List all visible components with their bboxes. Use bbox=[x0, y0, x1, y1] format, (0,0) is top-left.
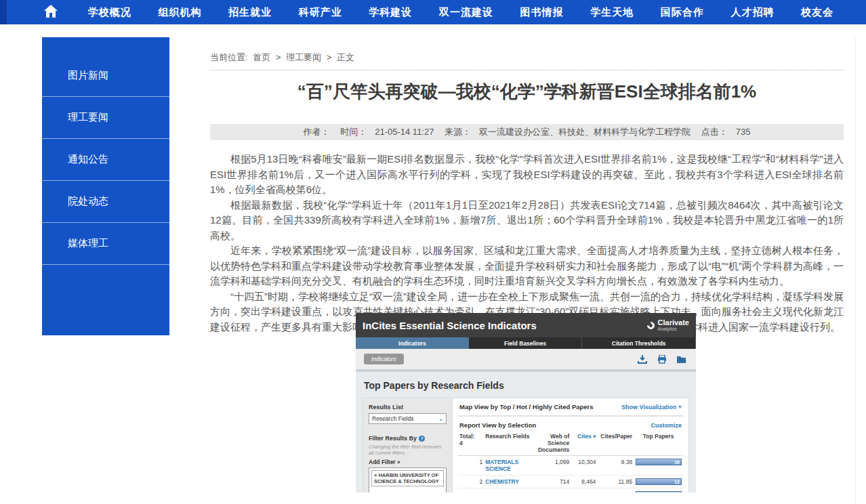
field-link-materials-science[interactable]: MATERIALS SCIENCE bbox=[485, 459, 518, 472]
meta-source-value: 双一流建设办公室、科技处、材料科学与化学工程学院 bbox=[479, 127, 690, 137]
folder-add-icon[interactable] bbox=[677, 355, 688, 364]
esi-tab-field-baselines[interactable]: Field Baselines bbox=[469, 337, 583, 349]
nav-item-students[interactable]: 学生天地 bbox=[590, 6, 634, 19]
nav-item-international[interactable]: 国际合作 bbox=[661, 6, 704, 19]
clarivate-logo: Clarivate Analytics bbox=[647, 319, 689, 332]
sidebar-item-media[interactable]: 媒体理工 bbox=[42, 223, 169, 265]
home-icon bbox=[44, 5, 58, 20]
breadcrumb-divider bbox=[210, 70, 844, 70]
nav-item-alumni[interactable]: 校友会 bbox=[801, 6, 833, 19]
nav-item-organization[interactable]: 组织机构 bbox=[158, 6, 201, 19]
row-docs: 1,050 bbox=[532, 488, 571, 493]
page-title: “百”尺竿头再突破—我校“化学”学科新晋ESI全球排名前1% bbox=[210, 80, 844, 104]
esi-toolbar: Indicators bbox=[356, 349, 696, 369]
clarivate-name: Clarivate bbox=[658, 319, 689, 327]
filter-results-label: Filter Results By bbox=[369, 435, 417, 442]
row-docs: 714 bbox=[532, 476, 571, 488]
filter-chip: ×HARBIN UNIVERSITY OF SCIENCE & TECHNOLO… bbox=[371, 470, 444, 486]
research-fields-dropdown[interactable]: Research Fields ⌄ bbox=[369, 413, 447, 424]
print-icon[interactable] bbox=[657, 355, 667, 364]
esi-indicators-badge[interactable]: Indicators bbox=[364, 354, 404, 364]
nav-item-research-industry[interactable]: 科研产业 bbox=[299, 6, 342, 19]
nav-item-school-overview[interactable]: 学校概况 bbox=[88, 6, 131, 19]
table-row: 1 MATERIALS SCIENCE 1,099 10,304 9.38 10 bbox=[458, 456, 683, 476]
esi-filter-panel: Results List Research Fields ⌄ Filter Re… bbox=[363, 398, 453, 492]
breadcrumb-separator: > bbox=[276, 52, 281, 62]
row-cites: 10,304 bbox=[571, 456, 597, 476]
sidebar: 图片新闻 理工要闻 通知公告 院处动态 媒体理工 bbox=[42, 37, 169, 335]
col-cites-sort[interactable]: Cites ▾ bbox=[571, 431, 597, 456]
nav-item-double-first-class[interactable]: 双一流建设 bbox=[439, 6, 493, 19]
breadcrumb-section-link[interactable]: 理工要闻 bbox=[286, 52, 321, 62]
esi-section-title: Top Papers by Research Fields bbox=[364, 380, 689, 391]
meta-hits-value: 735 bbox=[736, 127, 751, 137]
dropdown-value: Research Fields bbox=[372, 415, 413, 422]
map-view-label: Map View by Top / Hot / Highly Cited Pap… bbox=[459, 403, 594, 411]
esi-section: Top Papers by Research Fields Results Li… bbox=[356, 372, 696, 492]
esi-screenshot: InCites Essential Science Indicators Cla… bbox=[356, 313, 696, 492]
total-header: Total:4 bbox=[458, 431, 476, 456]
sidebar-item-department-news[interactable]: 院处动态 bbox=[42, 181, 169, 223]
field-link-engineering[interactable]: ENGINEERING bbox=[485, 491, 526, 492]
clarivate-logo-icon bbox=[645, 320, 656, 331]
meta-time-label: 时间： bbox=[340, 127, 367, 137]
top-papers-bar: 10 bbox=[636, 459, 682, 465]
breadcrumb-label: 当前位置: bbox=[210, 52, 248, 62]
article-paragraph: 根据最新数据，我校“化学”学科近十年（2011年1月1日至2021年2月28日）… bbox=[210, 198, 844, 244]
breadcrumb-current: 正文 bbox=[337, 52, 354, 62]
row-cites-per-paper: 11.85 bbox=[597, 476, 634, 488]
esi-card: Results List Research Fields ⌄ Filter Re… bbox=[363, 398, 689, 492]
filter-note: Changing the filter field removes all cu… bbox=[369, 444, 447, 456]
home-button[interactable] bbox=[39, 5, 62, 20]
field-link-chemistry[interactable]: CHEMISTRY bbox=[485, 478, 519, 485]
row-cites: 5,890 bbox=[571, 488, 597, 493]
col-research-fields: Research Fields bbox=[484, 431, 532, 456]
nav-item-library[interactable]: 图书情报 bbox=[520, 6, 564, 19]
article-paragraph: 近年来，学校紧紧围绕“双一流”建设目标，以服务国家、区域和龙江重大需求、全面提高… bbox=[210, 243, 844, 289]
remove-filter-icon[interactable]: × bbox=[374, 472, 377, 478]
nav-item-discipline[interactable]: 学科建设 bbox=[369, 6, 412, 19]
nav-item-admissions[interactable]: 招生就业 bbox=[228, 6, 272, 19]
sidebar-item-picture-news[interactable]: 图片新闻 bbox=[42, 55, 169, 97]
nav-accent-block bbox=[0, 0, 7, 24]
esi-tab-bar: Indicators Field Baselines Citation Thre… bbox=[356, 337, 696, 349]
report-view-label: Report View by Selection bbox=[459, 421, 536, 429]
download-icon[interactable] bbox=[638, 355, 647, 364]
article-meta-bar: 作者： 时间：21-05-14 11:27 来源：双一流建设办公室、科技处、材料… bbox=[210, 124, 844, 140]
add-filter-link[interactable]: Add Filter » bbox=[369, 459, 447, 465]
top-nav: 学校概况 组织机构 招生就业 科研产业 学科建设 双一流建设 图书情报 学生天地… bbox=[0, 0, 866, 24]
breadcrumb-home-link[interactable]: 首页 bbox=[253, 52, 270, 62]
results-list-label: Results List bbox=[369, 404, 447, 411]
esi-table: Total:4 Research Fields Web of Science D… bbox=[458, 431, 683, 492]
col-wos-documents: Web of Science Documents bbox=[532, 431, 571, 456]
sidebar-item-notices[interactable]: 通知公告 bbox=[42, 139, 169, 181]
table-row: 3 ENGINEERING 1,050 5,890 5.61 11 bbox=[458, 488, 683, 493]
row-rank: 3 bbox=[476, 488, 484, 493]
top-papers-bar: 12 bbox=[636, 478, 682, 485]
content-right-border bbox=[855, 37, 856, 504]
esi-report-panel: Map View by Top / Hot / Highly Cited Pap… bbox=[453, 398, 688, 492]
row-cites-per-paper: 5.61 bbox=[597, 488, 634, 493]
row-rank: 1 bbox=[476, 456, 484, 476]
help-icon[interactable]: ? bbox=[419, 436, 425, 442]
sidebar-item-ligong-news[interactable]: 理工要闻 bbox=[42, 97, 169, 139]
nav-item-recruitment[interactable]: 人才招聘 bbox=[730, 6, 774, 19]
esi-app-title: InCites Essential Science Indicators bbox=[363, 320, 537, 331]
esi-tab-citation-thresholds[interactable]: Citation Thresholds bbox=[582, 337, 696, 349]
customize-link[interactable]: Customize bbox=[651, 422, 682, 429]
esi-tab-indicators[interactable]: Indicators bbox=[356, 337, 469, 349]
meta-time-value: 21-05-14 11:27 bbox=[375, 127, 434, 137]
filter-chip-label: HARBIN UNIVERSITY OF SCIENCE & TECHNOLOG… bbox=[374, 472, 439, 484]
show-visualization-link[interactable]: Show Visualization + bbox=[621, 404, 682, 411]
meta-hits-label: 点击： bbox=[701, 127, 728, 137]
chevron-down-icon: ⌄ bbox=[438, 415, 443, 422]
col-top-papers: Top Papers bbox=[634, 431, 683, 456]
row-docs: 1,099 bbox=[532, 456, 571, 476]
breadcrumb-separator: > bbox=[327, 52, 332, 62]
article-body: 根据5月13日晚“科睿唯安”最新一期ESI排名数据显示，我校“化学”学科首次进入… bbox=[210, 152, 844, 335]
col-cites-per-paper: Cites/Paper bbox=[597, 431, 634, 456]
sort-arrow-icon: ▾ bbox=[593, 433, 596, 440]
clarivate-sub: Analytics bbox=[658, 327, 689, 332]
meta-author-label: 作者： bbox=[304, 127, 330, 137]
filter-chip-box: ×HARBIN UNIVERSITY OF SCIENCE & TECHNOLO… bbox=[369, 467, 447, 492]
